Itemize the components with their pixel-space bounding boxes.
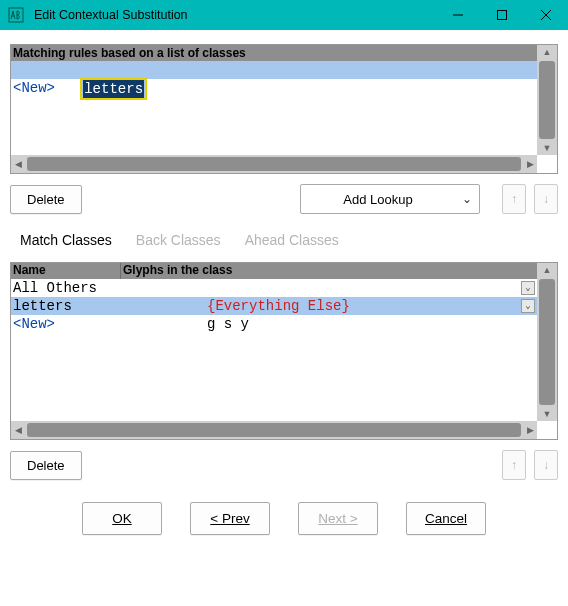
- scroll-thumb[interactable]: [539, 279, 555, 405]
- chevron-down-icon: ⌄: [455, 192, 479, 206]
- add-lookup-label: Add Lookup: [301, 192, 455, 207]
- app-icon: [6, 5, 26, 25]
- arrow-up-icon: ↑: [511, 458, 517, 472]
- classes-header: Name Glyphs in the class: [11, 263, 537, 279]
- minimize-button[interactable]: [436, 0, 480, 30]
- scroll-left-icon[interactable]: ◀: [11, 421, 25, 439]
- vertical-scrollbar[interactable]: ▲ ▼: [537, 263, 557, 421]
- next-button: Next >: [298, 502, 378, 535]
- cancel-button[interactable]: Cancel: [406, 502, 486, 535]
- class-name-cell: All Others: [11, 279, 121, 297]
- move-class-up-button[interactable]: ↑: [502, 450, 526, 480]
- rules-listbox[interactable]: Matching rules based on a list of classe…: [10, 44, 558, 174]
- horizontal-scrollbar[interactable]: ◀ ▶: [11, 421, 537, 439]
- vertical-scrollbar[interactable]: ▲ ▼: [537, 45, 557, 155]
- scroll-down-icon[interactable]: ▼: [537, 141, 557, 155]
- scroll-thumb[interactable]: [539, 61, 555, 139]
- titlebar: Edit Contextual Substitution: [0, 0, 568, 30]
- column-glyphs: Glyphs in the class: [121, 263, 537, 279]
- tab-back-classes[interactable]: Back Classes: [136, 232, 221, 248]
- window-title: Edit Contextual Substitution: [32, 8, 436, 22]
- scroll-left-icon[interactable]: ◀: [11, 155, 25, 173]
- arrow-down-icon: ↓: [543, 192, 549, 206]
- class-glyphs-cell[interactable]: {Everything Else} ⌄: [121, 279, 537, 297]
- class-glyphs-cell: [121, 315, 537, 333]
- column-name: Name: [11, 263, 121, 279]
- classes-table[interactable]: Name Glyphs in the class All Others {Eve…: [10, 262, 558, 440]
- arrow-up-icon: ↑: [511, 192, 517, 206]
- move-down-button[interactable]: ↓: [534, 184, 558, 214]
- class-row[interactable]: All Others {Everything Else} ⌄: [11, 279, 537, 297]
- class-glyphs-cell[interactable]: g s y ⌄: [121, 297, 537, 315]
- add-lookup-combo[interactable]: Add Lookup ⌄: [300, 184, 480, 214]
- scroll-up-icon[interactable]: ▲: [537, 263, 557, 277]
- horizontal-scrollbar[interactable]: ◀ ▶: [11, 155, 537, 173]
- class-name-cell: <New>: [11, 315, 121, 333]
- move-up-button[interactable]: ↑: [502, 184, 526, 214]
- rule-row[interactable]: letters: [11, 61, 537, 79]
- scroll-thumb[interactable]: [27, 157, 521, 171]
- arrow-down-icon: ↓: [543, 458, 549, 472]
- rules-header: Matching rules based on a list of classe…: [11, 45, 537, 61]
- tab-ahead-classes[interactable]: Ahead Classes: [245, 232, 339, 248]
- scroll-up-icon[interactable]: ▲: [537, 45, 557, 59]
- delete-class-button[interactable]: Delete: [10, 451, 82, 480]
- class-row[interactable]: letters g s y ⌄: [11, 297, 537, 315]
- class-tabs: Match Classes Back Classes Ahead Classes: [20, 232, 556, 248]
- dropdown-icon[interactable]: ⌄: [521, 299, 535, 313]
- ok-button[interactable]: OK: [82, 502, 162, 535]
- class-name-cell: letters: [11, 297, 121, 315]
- scroll-down-icon[interactable]: ▼: [537, 407, 557, 421]
- scroll-right-icon[interactable]: ▶: [523, 155, 537, 173]
- scroll-thumb[interactable]: [27, 423, 521, 437]
- delete-rule-button[interactable]: Delete: [10, 185, 82, 214]
- svg-rect-2: [498, 11, 507, 20]
- prev-button[interactable]: < Prev: [190, 502, 270, 535]
- move-class-down-button[interactable]: ↓: [534, 450, 558, 480]
- maximize-button[interactable]: [480, 0, 524, 30]
- tab-match-classes[interactable]: Match Classes: [20, 232, 112, 248]
- svg-rect-0: [9, 8, 23, 22]
- class-row-new[interactable]: <New>: [11, 315, 537, 333]
- dropdown-icon[interactable]: ⌄: [521, 281, 535, 295]
- close-button[interactable]: [524, 0, 568, 30]
- scroll-right-icon[interactable]: ▶: [523, 421, 537, 439]
